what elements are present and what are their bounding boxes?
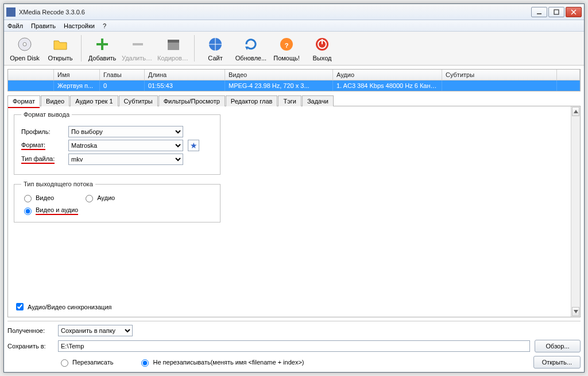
svg-rect-7 [96, 43, 108, 45]
toolbar-encode-button: Кодировать [156, 34, 191, 63]
tab-row: ФорматВидеоАудио трек 1СубтитрыФильтры/П… [7, 95, 581, 106]
grid-cell: MPEG-4 23.98 Hz, 720 x 3... [225, 80, 333, 91]
toolbar-site-button[interactable]: Сайт [198, 34, 233, 63]
favorite-button[interactable]: ★ [188, 140, 199, 151]
tab-2[interactable]: Аудио трек 1 [70, 95, 118, 106]
radio-video[interactable] [24, 195, 32, 202]
savein-input[interactable] [58, 340, 530, 352]
filetype-select[interactable]: mkv [68, 154, 183, 165]
svg-text:?: ? [285, 42, 289, 49]
grid-header-cell[interactable] [8, 70, 54, 80]
app-window: XMedia Recode 3.3.0.6 Файл Править Настр… [3, 3, 585, 373]
toolbar-open-button[interactable]: Открыть [43, 34, 78, 63]
folder-icon [51, 35, 69, 53]
toolbar-add-button[interactable]: Добавить [85, 34, 119, 63]
av-sync-label: Аудио/Видео синхронизация [28, 304, 112, 310]
grid-cell: 1. AC3 384 Kbps 48000 Hz 6 Канал... [333, 80, 442, 91]
filetype-label: Тип файла: [21, 155, 64, 164]
menu-edit[interactable]: Править [31, 22, 56, 29]
app-icon [6, 7, 16, 17]
grid-cell: 0 [100, 80, 145, 91]
grid-header-cell[interactable]: Субтитры [442, 70, 557, 80]
radio-video-audio[interactable] [24, 208, 32, 215]
globe-icon [206, 35, 225, 53]
vertical-scrollbar[interactable] [571, 106, 580, 317]
grid-cell [8, 80, 54, 91]
grid-header-cell[interactable] [557, 70, 580, 80]
power-icon [313, 35, 331, 53]
refresh-icon [242, 35, 260, 53]
grid-cell: 01:55:43 [145, 80, 225, 91]
close-button[interactable] [566, 7, 582, 17]
tab-7[interactable]: Задачи [302, 95, 334, 106]
tab-3[interactable]: Субтитры [119, 95, 158, 106]
help-icon: ? [277, 35, 296, 53]
tab-panel: Формат вывода Профиль: По выбору Формат:… [7, 106, 581, 317]
svg-rect-10 [168, 40, 179, 43]
tab-0[interactable]: Формат [7, 95, 40, 106]
window-title: XMedia Recode 3.3.0.6 [19, 9, 531, 16]
format-label: Формат: [21, 141, 64, 150]
svg-rect-9 [168, 42, 179, 50]
output-format-legend: Формат вывода [21, 111, 72, 118]
scroll-down-icon[interactable] [572, 307, 579, 316]
disc-icon [16, 35, 34, 53]
tab-1[interactable]: Видео [41, 95, 69, 106]
toolbar: Open DiskОткрытьДобавитьУдалить ра...Код… [4, 32, 584, 66]
file-grid: ИмяГлавыДлинаВидеоАудиоСубтитры Жертвуя … [7, 69, 581, 91]
table-row[interactable]: Жертвуя п...001:55:43MPEG-4 23.98 Hz, 72… [8, 80, 580, 91]
menubar: Файл Править Настройки ? [4, 20, 584, 32]
grid-header-cell[interactable]: Аудио [333, 70, 442, 80]
grid-header-cell[interactable]: Имя [54, 70, 100, 80]
svg-marker-18 [574, 110, 578, 113]
minimize-button[interactable] [531, 7, 547, 17]
tab-6[interactable]: Тэги [278, 95, 301, 106]
bottom-panel: Полученное: Сохранить в папку Сохранить … [7, 321, 581, 369]
toolbar-exit-button[interactable]: Выход [305, 34, 339, 63]
minus-icon [129, 35, 147, 53]
savein-label: Сохранить в: [7, 343, 53, 350]
scroll-up-icon[interactable] [572, 107, 579, 116]
menu-file[interactable]: Файл [7, 22, 23, 29]
titlebar[interactable]: XMedia Recode 3.3.0.6 [4, 4, 584, 20]
tab-5[interactable]: Редактор глав [226, 95, 278, 106]
toolbar-open-disk-button[interactable]: Open Disk [7, 34, 42, 63]
maximize-button[interactable] [548, 7, 564, 17]
plus-icon [93, 35, 111, 53]
grid-cell [442, 80, 557, 91]
profile-select[interactable]: По выбору [68, 126, 183, 137]
open-button[interactable]: Открыть... [533, 356, 581, 369]
svg-marker-19 [574, 310, 578, 313]
av-sync-checkbox[interactable] [16, 303, 24, 310]
stream-type-group: Тип выходящего потока Видео Аудио Видео … [14, 181, 220, 222]
format-select[interactable]: Matroska [68, 140, 183, 151]
menu-help[interactable]: ? [103, 22, 106, 29]
grid-header-cell[interactable]: Главы [100, 70, 145, 80]
grid-cell: Жертвуя п... [54, 80, 100, 91]
grid-header-cell[interactable]: Видео [225, 70, 333, 80]
browse-button[interactable]: Обзор... [535, 340, 581, 352]
tab-4[interactable]: Фильтры/Просмотр [158, 95, 225, 106]
clapper-icon [164, 35, 183, 53]
toolbar-help-button[interactable]: ?Помощь! [269, 34, 304, 63]
radio-overwrite[interactable] [61, 359, 68, 367]
svg-point-5 [23, 43, 26, 46]
toolbar-update-button[interactable]: Обновле... [234, 34, 268, 63]
grid-header: ИмяГлавыДлинаВидеоАудиоСубтитры [8, 70, 580, 80]
profile-label: Профиль: [21, 128, 64, 135]
menu-settings[interactable]: Настройки [64, 22, 95, 29]
radio-audio[interactable] [86, 195, 93, 202]
grid-cell [557, 80, 580, 91]
output-format-group: Формат вывода Профиль: По выбору Формат:… [14, 111, 220, 175]
svg-rect-8 [133, 43, 143, 45]
stream-type-legend: Тип выходящего потока [21, 181, 95, 187]
svg-rect-1 [554, 10, 559, 14]
received-select[interactable]: Сохранить в папку [58, 325, 133, 336]
grid-header-cell[interactable]: Длина [145, 70, 225, 80]
radio-no-overwrite[interactable] [141, 359, 149, 367]
received-label: Полученное: [7, 327, 53, 334]
toolbar-remove-button: Удалить ра... [121, 34, 155, 63]
